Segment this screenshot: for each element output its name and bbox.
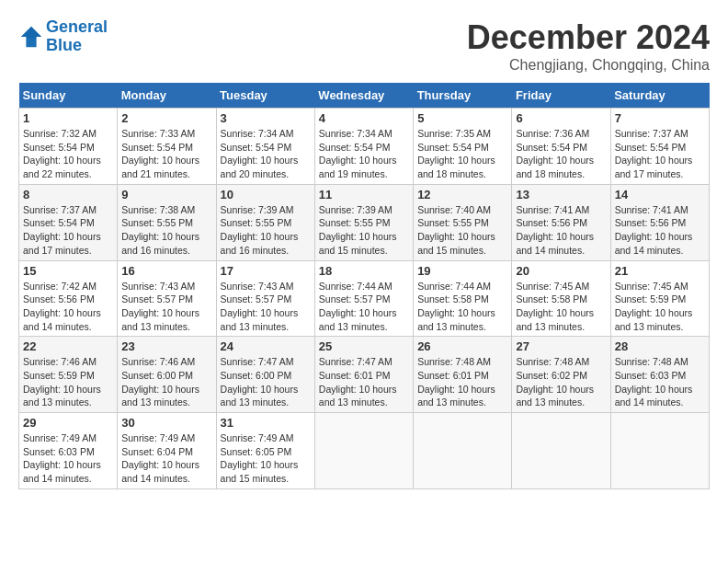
calendar-cell: 31Sunrise: 7:49 AMSunset: 6:05 PMDayligh… [216, 413, 314, 489]
day-info: Sunrise: 7:40 AMSunset: 5:55 PMDaylight:… [417, 203, 507, 258]
calendar-cell [314, 413, 413, 489]
calendar-cell: 27Sunrise: 7:48 AMSunset: 6:02 PMDayligh… [512, 337, 610, 413]
day-number: 26 [417, 339, 507, 353]
day-info: Sunrise: 7:46 AMSunset: 6:00 PMDaylight:… [121, 355, 211, 409]
day-number: 16 [121, 264, 211, 278]
calendar-cell: 25Sunrise: 7:47 AMSunset: 6:01 PMDayligh… [314, 337, 413, 413]
day-info: Sunrise: 7:46 AMSunset: 5:59 PMDaylight:… [23, 355, 113, 409]
day-number: 31 [221, 416, 311, 430]
day-info: Sunrise: 7:48 AMSunset: 6:02 PMDaylight:… [516, 355, 606, 409]
day-info: Sunrise: 7:44 AMSunset: 5:57 PMDaylight:… [319, 280, 409, 334]
day-info: Sunrise: 7:41 AMSunset: 5:56 PMDaylight:… [615, 203, 705, 258]
page-header: General Blue December 2024 Chengjiang, C… [18, 18, 710, 74]
logo: General Blue [18, 18, 108, 55]
day-info: Sunrise: 7:49 AMSunset: 6:04 PMDaylight:… [121, 431, 211, 486]
day-info: Sunrise: 7:48 AMSunset: 6:03 PMDaylight:… [615, 355, 705, 409]
calendar-cell: 19Sunrise: 7:44 AMSunset: 5:58 PMDayligh… [414, 260, 512, 337]
day-number: 29 [23, 416, 113, 430]
day-number: 8 [23, 188, 113, 201]
day-info: Sunrise: 7:36 AMSunset: 5:54 PMDaylight:… [516, 127, 606, 181]
day-info: Sunrise: 7:47 AMSunset: 6:00 PMDaylight:… [221, 355, 311, 409]
day-info: Sunrise: 7:42 AMSunset: 5:56 PMDaylight:… [23, 280, 113, 334]
day-info: Sunrise: 7:37 AMSunset: 5:54 PMDaylight:… [615, 127, 705, 181]
day-info: Sunrise: 7:41 AMSunset: 5:56 PMDaylight:… [516, 203, 606, 258]
calendar-week-row: 29Sunrise: 7:49 AMSunset: 6:03 PMDayligh… [19, 413, 710, 489]
day-info: Sunrise: 7:44 AMSunset: 5:58 PMDaylight:… [417, 280, 507, 334]
col-monday: Monday [118, 83, 216, 109]
day-number: 23 [121, 339, 211, 353]
day-number: 20 [516, 264, 606, 278]
day-number: 13 [516, 188, 606, 201]
day-info: Sunrise: 7:49 AMSunset: 6:05 PMDaylight:… [221, 431, 311, 486]
location: Chengjiang, Chongqing, China [467, 57, 710, 74]
calendar-cell: 23Sunrise: 7:46 AMSunset: 6:00 PMDayligh… [118, 337, 216, 413]
day-number: 15 [23, 264, 113, 278]
calendar-cell: 10Sunrise: 7:39 AMSunset: 5:55 PMDayligh… [216, 184, 314, 260]
calendar-week-row: 8Sunrise: 7:37 AMSunset: 5:54 PMDaylight… [19, 184, 710, 260]
day-info: Sunrise: 7:47 AMSunset: 6:01 PMDaylight:… [319, 355, 409, 409]
calendar-cell: 21Sunrise: 7:45 AMSunset: 5:59 PMDayligh… [610, 260, 709, 337]
day-number: 2 [121, 111, 211, 125]
calendar-cell: 20Sunrise: 7:45 AMSunset: 5:58 PMDayligh… [512, 260, 610, 337]
day-number: 10 [221, 188, 311, 201]
calendar-cell: 4Sunrise: 7:34 AMSunset: 5:54 PMDaylight… [314, 109, 413, 185]
day-info: Sunrise: 7:34 AMSunset: 5:54 PMDaylight:… [221, 127, 311, 181]
calendar-body: 1Sunrise: 7:32 AMSunset: 5:54 PMDaylight… [19, 109, 710, 489]
calendar-cell: 14Sunrise: 7:41 AMSunset: 5:56 PMDayligh… [610, 184, 709, 260]
calendar-cell: 30Sunrise: 7:49 AMSunset: 6:04 PMDayligh… [118, 413, 216, 489]
day-info: Sunrise: 7:39 AMSunset: 5:55 PMDaylight:… [221, 203, 311, 258]
day-number: 22 [23, 339, 113, 353]
calendar-week-row: 22Sunrise: 7:46 AMSunset: 5:59 PMDayligh… [19, 337, 710, 413]
day-number: 5 [417, 111, 507, 125]
logo-icon [18, 24, 44, 50]
calendar-week-row: 1Sunrise: 7:32 AMSunset: 5:54 PMDaylight… [19, 109, 710, 185]
calendar-cell: 18Sunrise: 7:44 AMSunset: 5:57 PMDayligh… [314, 260, 413, 337]
calendar-cell: 29Sunrise: 7:49 AMSunset: 6:03 PMDayligh… [19, 413, 118, 489]
calendar-cell [414, 413, 512, 489]
day-number: 28 [615, 339, 705, 353]
calendar-cell [512, 413, 610, 489]
col-thursday: Thursday [414, 83, 512, 109]
day-number: 25 [319, 339, 409, 353]
day-info: Sunrise: 7:34 AMSunset: 5:54 PMDaylight:… [319, 127, 409, 181]
calendar-cell: 26Sunrise: 7:48 AMSunset: 6:01 PMDayligh… [414, 337, 512, 413]
day-number: 21 [615, 264, 705, 278]
month-title: December 2024 [467, 18, 710, 57]
day-info: Sunrise: 7:38 AMSunset: 5:55 PMDaylight:… [121, 203, 211, 258]
col-sunday: Sunday [19, 83, 118, 109]
day-number: 30 [121, 416, 211, 430]
title-block: December 2024 Chengjiang, Chongqing, Chi… [467, 18, 710, 74]
day-info: Sunrise: 7:33 AMSunset: 5:54 PMDaylight:… [121, 127, 211, 181]
day-number: 19 [417, 264, 507, 278]
day-number: 1 [23, 111, 113, 125]
day-info: Sunrise: 7:45 AMSunset: 5:58 PMDaylight:… [516, 280, 606, 334]
day-info: Sunrise: 7:49 AMSunset: 6:03 PMDaylight:… [23, 431, 113, 486]
calendar-cell: 17Sunrise: 7:43 AMSunset: 5:57 PMDayligh… [216, 260, 314, 337]
day-info: Sunrise: 7:32 AMSunset: 5:54 PMDaylight:… [23, 127, 113, 181]
svg-marker-1 [21, 27, 41, 39]
day-info: Sunrise: 7:45 AMSunset: 5:59 PMDaylight:… [615, 280, 705, 334]
calendar-cell: 11Sunrise: 7:39 AMSunset: 5:55 PMDayligh… [314, 184, 413, 260]
calendar-cell: 15Sunrise: 7:42 AMSunset: 5:56 PMDayligh… [19, 260, 118, 337]
calendar-table: Sunday Monday Tuesday Wednesday Thursday… [18, 83, 710, 489]
calendar-cell: 1Sunrise: 7:32 AMSunset: 5:54 PMDaylight… [19, 109, 118, 185]
day-number: 6 [516, 111, 606, 125]
day-number: 14 [615, 188, 705, 201]
day-number: 12 [417, 188, 507, 201]
calendar-cell: 6Sunrise: 7:36 AMSunset: 5:54 PMDaylight… [512, 109, 610, 185]
day-info: Sunrise: 7:37 AMSunset: 5:54 PMDaylight:… [23, 203, 113, 258]
calendar-cell: 22Sunrise: 7:46 AMSunset: 5:59 PMDayligh… [19, 337, 118, 413]
calendar-cell: 16Sunrise: 7:43 AMSunset: 5:57 PMDayligh… [118, 260, 216, 337]
calendar-cell: 12Sunrise: 7:40 AMSunset: 5:55 PMDayligh… [414, 184, 512, 260]
day-number: 4 [319, 111, 409, 125]
day-number: 3 [221, 111, 311, 125]
day-info: Sunrise: 7:48 AMSunset: 6:01 PMDaylight:… [417, 355, 507, 409]
day-info: Sunrise: 7:39 AMSunset: 5:55 PMDaylight:… [319, 203, 409, 258]
col-saturday: Saturday [610, 83, 709, 109]
calendar-cell: 13Sunrise: 7:41 AMSunset: 5:56 PMDayligh… [512, 184, 610, 260]
day-number: 18 [319, 264, 409, 278]
calendar-week-row: 15Sunrise: 7:42 AMSunset: 5:56 PMDayligh… [19, 260, 710, 337]
calendar-cell: 3Sunrise: 7:34 AMSunset: 5:54 PMDaylight… [216, 109, 314, 185]
day-number: 7 [615, 111, 705, 125]
calendar-cell: 8Sunrise: 7:37 AMSunset: 5:54 PMDaylight… [19, 184, 118, 260]
